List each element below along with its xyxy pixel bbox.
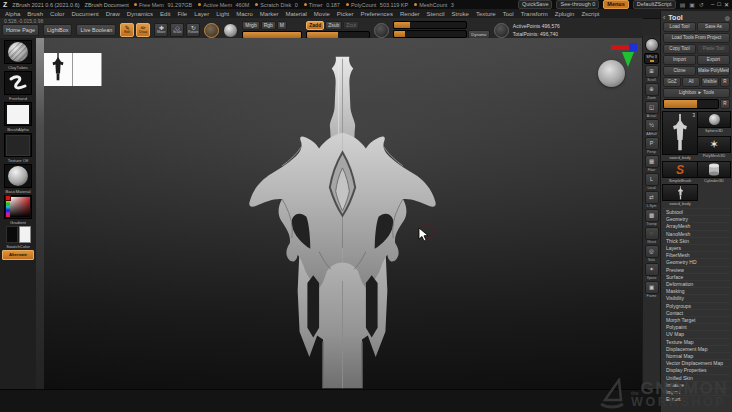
- menu-item[interactable]: Movie: [314, 11, 330, 17]
- layout-icon[interactable]: ▤: [680, 1, 686, 8]
- right-shelf-button[interactable]: ◌ Ghost: [645, 227, 659, 244]
- restore-config-icon[interactable]: ↺: [699, 1, 704, 8]
- load-tools-from-project-button[interactable]: Load Tools From Project: [663, 33, 730, 43]
- visible-button[interactable]: Visible: [701, 77, 719, 87]
- menu-item[interactable]: File: [177, 11, 187, 17]
- active-tool-slider[interactable]: sword_body 48: [663, 99, 719, 109]
- right-shelf-button[interactable]: ½ AAHalf: [645, 119, 659, 136]
- current-texture-thumbnail[interactable]: [4, 133, 32, 157]
- tool-panel-section[interactable]: UV Map: [663, 330, 730, 337]
- right-shelf-button[interactable]: ▣ Frame: [645, 281, 659, 298]
- menu-item[interactable]: Transform: [521, 11, 548, 17]
- tool-panel-section[interactable]: Surface: [663, 273, 730, 280]
- axis-y-icon[interactable]: [622, 52, 634, 67]
- main-color-swatch[interactable]: [6, 226, 18, 243]
- quicksave-button[interactable]: QuickSave: [518, 0, 553, 9]
- m-button[interactable]: M: [277, 21, 287, 30]
- save-as-button[interactable]: Save As: [697, 22, 730, 32]
- tool-panel-section[interactable]: Displacement Map: [663, 345, 730, 352]
- menu-item[interactable]: Material: [286, 11, 307, 17]
- current-alpha-thumbnail[interactable]: [4, 102, 32, 126]
- current-alpha-icon[interactable]: [223, 23, 238, 38]
- paste-tool-button[interactable]: Paste Tool: [697, 44, 730, 54]
- bpr-render-icon[interactable]: [645, 38, 659, 52]
- lightbox-button[interactable]: LightBox: [43, 24, 72, 36]
- tool-panel-section[interactable]: Vector Displacement Map: [663, 359, 730, 366]
- tool-panel-section[interactable]: Display Properties: [663, 366, 730, 373]
- right-shelf-button[interactable]: ◎ Solo: [645, 245, 659, 262]
- sword-body-tool-thumbnail[interactable]: [662, 184, 698, 201]
- mrgb-button[interactable]: Mrgb: [242, 21, 259, 30]
- tool-panel-section[interactable]: Morph Target: [663, 316, 730, 323]
- tool-panel-section[interactable]: Geometry HD: [663, 258, 730, 265]
- right-shelf-button[interactable]: ▦ Floor: [645, 155, 659, 172]
- tool-panel-section[interactable]: Deformation: [663, 280, 730, 287]
- tool-panel-section[interactable]: Preview: [663, 266, 730, 273]
- active-tool-thumbnail[interactable]: 3: [662, 111, 698, 155]
- draw-size-slider[interactable]: Draw Size 15.55142: [393, 30, 467, 38]
- minimize-button[interactable]: –: [711, 1, 714, 8]
- tool-panel-section[interactable]: Normal Map: [663, 352, 730, 359]
- menu-item[interactable]: Layer: [194, 11, 209, 17]
- right-shelf-button[interactable]: L Local: [645, 173, 659, 190]
- focal-shift-icon[interactable]: [374, 23, 389, 38]
- export-button[interactable]: Export: [697, 55, 730, 65]
- tool-panel-section[interactable]: Thick Skin: [663, 237, 730, 244]
- swatch-color[interactable]: [6, 226, 31, 243]
- sphere3d-tool-thumbnail[interactable]: [697, 111, 731, 128]
- panel-back-icon[interactable]: ‹: [663, 14, 665, 21]
- axis-x-icon[interactable]: [611, 45, 629, 50]
- menu-item[interactable]: Stencil: [427, 11, 445, 17]
- move-button[interactable]: ✚Move: [154, 23, 168, 37]
- tool-panel-section[interactable]: Polypaint: [663, 323, 730, 330]
- live-boolean-button[interactable]: Live Boolean: [76, 24, 116, 36]
- right-shelf-button[interactable]: ✦ Xpose: [645, 263, 659, 280]
- menu-item[interactable]: Preferences: [361, 11, 393, 17]
- color-picker[interactable]: [4, 195, 32, 219]
- zsub-button[interactable]: Zsub: [325, 21, 342, 30]
- home-page-button[interactable]: Home Page: [2, 24, 39, 36]
- current-material-thumbnail[interactable]: [4, 164, 32, 188]
- tool-panel-section[interactable]: Texture Map: [663, 338, 730, 345]
- menu-item[interactable]: Zscript: [581, 11, 599, 17]
- menu-item[interactable]: Edit: [160, 11, 170, 17]
- load-tool-button[interactable]: Load Tool: [663, 22, 696, 32]
- close-button[interactable]: ✕: [724, 1, 729, 8]
- menu-item[interactable]: Marker: [260, 11, 279, 17]
- menu-item[interactable]: Draw: [106, 11, 120, 17]
- menu-item[interactable]: Macro: [236, 11, 253, 17]
- blank-preview-thumbnail[interactable]: [73, 53, 102, 86]
- tool-panel-section[interactable]: Visibility: [663, 294, 730, 301]
- menu-item[interactable]: Light: [216, 11, 229, 17]
- tool-panel-section[interactable]: FiberMesh: [663, 251, 730, 258]
- tool-panel-section[interactable]: Polygroups: [663, 302, 730, 309]
- zcut-button[interactable]: Zcut: [343, 21, 359, 30]
- tool-panel-section[interactable]: Contact: [663, 309, 730, 316]
- tool-preview-thumbnail[interactable]: [44, 53, 73, 86]
- alternate-button[interactable]: Alternate: [2, 250, 34, 260]
- cylinder3d-tool-thumbnail[interactable]: [697, 161, 731, 178]
- menus-toggle[interactable]: Menus: [603, 0, 628, 9]
- right-shelf-button[interactable]: P Persp: [645, 137, 659, 154]
- menu-item[interactable]: Dynamics: [127, 11, 153, 17]
- tool-panel-section[interactable]: ArrayMesh: [663, 222, 730, 229]
- current-stroke-thumbnail[interactable]: [4, 71, 32, 95]
- menu-item[interactable]: Tool: [503, 11, 514, 17]
- menu-item[interactable]: Color: [50, 11, 64, 17]
- edit-button[interactable]: ✎Edit: [120, 23, 134, 37]
- panels-icon[interactable]: ▣: [689, 1, 695, 8]
- see-through-slider[interactable]: See-through 0: [556, 0, 599, 9]
- tool-panel-section[interactable]: Subtool: [663, 208, 730, 215]
- menu-item[interactable]: Brush: [27, 11, 43, 17]
- simplebrush-tool-thumbnail[interactable]: S: [662, 161, 698, 178]
- right-shelf-button[interactable]: ⇄ L.Sym: [645, 191, 659, 208]
- menu-item[interactable]: Picker: [337, 11, 354, 17]
- axis-z-icon[interactable]: [629, 43, 637, 51]
- clone-button[interactable]: Clone: [663, 66, 696, 76]
- goz-button[interactable]: GoZ: [663, 77, 681, 87]
- secondary-color-swatch[interactable]: [19, 226, 31, 243]
- zadd-button[interactable]: Zadd: [306, 21, 324, 30]
- tool-panel-section[interactable]: Masking: [663, 287, 730, 294]
- rotate-button[interactable]: ↻Rotate: [186, 23, 200, 37]
- make-polymesh3d-button[interactable]: Make PolyMesh3D: [697, 66, 730, 76]
